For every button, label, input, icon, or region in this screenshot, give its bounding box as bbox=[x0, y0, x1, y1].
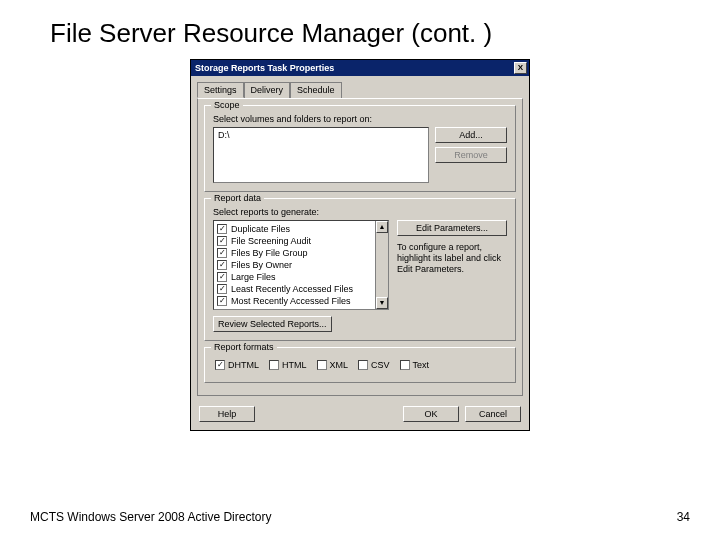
page-number: 34 bbox=[677, 510, 690, 524]
format-xml: XML bbox=[330, 360, 349, 370]
formats-group: Report formats ✓DHTML HTML XML CSV Text bbox=[204, 347, 516, 383]
dialog-button-bar: Help OK Cancel bbox=[191, 402, 529, 430]
scope-legend: Scope bbox=[211, 100, 243, 110]
dialog-window: Storage Reports Task Properties X Settin… bbox=[190, 59, 530, 431]
add-button[interactable]: Add... bbox=[435, 127, 507, 143]
format-html: HTML bbox=[282, 360, 307, 370]
check-icon[interactable] bbox=[317, 360, 327, 370]
report-item[interactable]: Duplicate Files bbox=[231, 223, 290, 235]
close-button[interactable]: X bbox=[514, 62, 527, 74]
check-icon[interactable]: ✓ bbox=[217, 224, 227, 234]
cancel-button[interactable]: Cancel bbox=[465, 406, 521, 422]
reportdata-label: Select reports to generate: bbox=[213, 207, 507, 217]
title-bar: Storage Reports Task Properties X bbox=[191, 60, 529, 76]
tab-strip: Settings Delivery Schedule bbox=[197, 82, 523, 98]
check-icon[interactable]: ✓ bbox=[217, 284, 227, 294]
reports-listbox[interactable]: ✓Duplicate Files ✓File Screening Audit ✓… bbox=[213, 220, 389, 310]
format-csv: CSV bbox=[371, 360, 390, 370]
check-icon[interactable]: ✓ bbox=[217, 248, 227, 258]
check-icon[interactable]: ✓ bbox=[217, 272, 227, 282]
check-icon[interactable]: ✓ bbox=[215, 360, 225, 370]
tab-settings[interactable]: Settings bbox=[197, 82, 244, 98]
review-reports-button[interactable]: Review Selected Reports... bbox=[213, 316, 332, 332]
report-item[interactable]: Most Recently Accessed Files bbox=[231, 295, 351, 307]
formats-legend: Report formats bbox=[211, 342, 277, 352]
check-icon[interactable] bbox=[400, 360, 410, 370]
report-item[interactable]: Files By File Group bbox=[231, 247, 308, 259]
tab-schedule[interactable]: Schedule bbox=[290, 82, 342, 98]
format-dhtml: DHTML bbox=[228, 360, 259, 370]
footer-text: MCTS Windows Server 2008 Active Director… bbox=[30, 510, 271, 524]
tab-delivery[interactable]: Delivery bbox=[244, 82, 291, 98]
report-item[interactable]: File Screening Audit bbox=[231, 235, 311, 247]
report-item[interactable]: Files By Owner bbox=[231, 259, 292, 271]
report-item[interactable]: Least Recently Accessed Files bbox=[231, 283, 353, 295]
scope-label: Select volumes and folders to report on: bbox=[213, 114, 507, 124]
help-button[interactable]: Help bbox=[199, 406, 255, 422]
check-icon[interactable] bbox=[358, 360, 368, 370]
scope-listbox[interactable]: D:\ bbox=[213, 127, 429, 183]
check-icon[interactable]: ✓ bbox=[217, 236, 227, 246]
scroll-up-icon[interactable]: ▲ bbox=[376, 221, 388, 233]
settings-panel: Scope Select volumes and folders to repo… bbox=[197, 98, 523, 396]
dialog-title: Storage Reports Task Properties bbox=[195, 63, 334, 73]
reportdata-legend: Report data bbox=[211, 193, 264, 203]
scroll-down-icon[interactable]: ▼ bbox=[376, 297, 388, 309]
scrollbar[interactable]: ▲ ▼ bbox=[375, 221, 388, 309]
scope-group: Scope Select volumes and folders to repo… bbox=[204, 105, 516, 192]
slide-title: File Server Resource Manager (cont. ) bbox=[0, 0, 720, 59]
check-icon[interactable]: ✓ bbox=[217, 260, 227, 270]
report-item[interactable]: Large Files bbox=[231, 271, 276, 283]
reportdata-group: Report data Select reports to generate: … bbox=[204, 198, 516, 341]
remove-button[interactable]: Remove bbox=[435, 147, 507, 163]
edit-parameters-button[interactable]: Edit Parameters... bbox=[397, 220, 507, 236]
format-text: Text bbox=[413, 360, 430, 370]
check-icon[interactable]: ✓ bbox=[217, 296, 227, 306]
scope-item[interactable]: D:\ bbox=[218, 130, 424, 140]
edit-parameters-hint: To configure a report, highlight its lab… bbox=[397, 242, 507, 275]
ok-button[interactable]: OK bbox=[403, 406, 459, 422]
check-icon[interactable] bbox=[269, 360, 279, 370]
